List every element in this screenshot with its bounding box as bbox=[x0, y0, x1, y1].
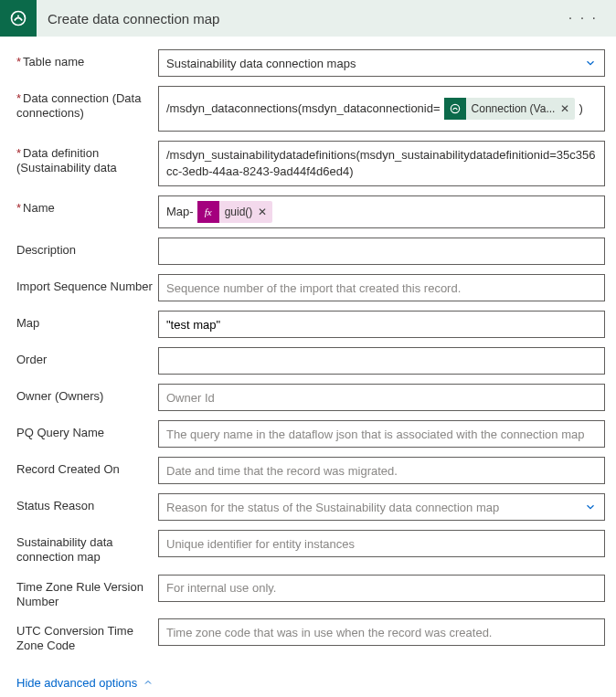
row-data-definition: Data definition (Sustainability data /ms… bbox=[16, 141, 605, 186]
chevron-up-icon bbox=[143, 677, 154, 688]
chevron-down-icon bbox=[584, 501, 597, 513]
label-table-name: Table name bbox=[16, 49, 158, 69]
row-map: Map bbox=[16, 311, 605, 338]
data-connection-text-after: ) bbox=[579, 100, 582, 117]
remove-guid-token[interactable]: ✕ bbox=[258, 206, 267, 218]
guid-token[interactable]: fx guid() ✕ bbox=[197, 201, 273, 223]
row-description: Description bbox=[16, 238, 605, 265]
row-pq-query: PQ Query Name bbox=[16, 420, 605, 448]
label-description: Description bbox=[16, 238, 158, 258]
import-sequence-input[interactable] bbox=[166, 281, 597, 295]
hide-advanced-label: Hide advanced options bbox=[16, 676, 137, 690]
sustainability-map-input[interactable] bbox=[166, 537, 597, 551]
connection-token-label: Connection (Va... bbox=[472, 102, 556, 115]
row-import-sequence: Import Sequence Number bbox=[16, 274, 605, 301]
dialog-header: Create data connection map · · · bbox=[0, 0, 616, 37]
label-status-reason: Status Reason bbox=[16, 493, 158, 513]
table-name-select[interactable]: Sustainability data connection maps bbox=[158, 49, 605, 77]
svg-point-1 bbox=[17, 16, 19, 17]
row-order: Order bbox=[16, 347, 605, 375]
row-table-name: Table name Sustainability data connectio… bbox=[16, 49, 605, 77]
row-status-reason: Status Reason bbox=[16, 493, 605, 521]
form-body: Table name Sustainability data connectio… bbox=[0, 37, 616, 697]
label-map: Map bbox=[16, 311, 158, 331]
label-pq-query: PQ Query Name bbox=[16, 420, 158, 440]
row-data-connection: Data connection (Data connections) /msdy… bbox=[16, 86, 605, 132]
more-options-button[interactable]: · · · bbox=[561, 6, 605, 30]
label-import-sequence: Import Sequence Number bbox=[16, 274, 158, 294]
description-input-wrap bbox=[158, 238, 605, 265]
tz-rule-input[interactable] bbox=[166, 581, 597, 595]
map-input-wrap bbox=[158, 311, 605, 338]
label-tz-rule: Time Zone Rule Version Number bbox=[16, 575, 158, 610]
row-tz-rule: Time Zone Rule Version Number bbox=[16, 575, 605, 610]
remove-connection-token[interactable]: ✕ bbox=[560, 102, 569, 115]
pq-query-wrap bbox=[158, 420, 605, 448]
label-owner: Owner (Owners) bbox=[16, 384, 158, 404]
owner-input[interactable] bbox=[166, 391, 597, 405]
sustainability-map-wrap bbox=[158, 530, 605, 557]
name-input[interactable]: Map- fx guid() ✕ bbox=[158, 195, 605, 228]
label-order: Order bbox=[16, 347, 158, 367]
pq-query-input[interactable] bbox=[166, 428, 597, 441]
connection-token[interactable]: Connection (Va... ✕ bbox=[444, 98, 576, 120]
label-data-definition: Data definition (Sustainability data bbox=[16, 141, 158, 176]
status-reason-input[interactable] bbox=[166, 501, 584, 514]
hide-advanced-options-link[interactable]: Hide advanced options bbox=[16, 676, 154, 690]
label-record-created: Record Created On bbox=[16, 457, 158, 477]
utc-code-input[interactable] bbox=[166, 626, 597, 639]
fx-icon: fx bbox=[197, 201, 219, 223]
data-connection-text-before: /msdyn_dataconnections(msdyn_dataconnect… bbox=[166, 100, 441, 117]
record-created-wrap bbox=[158, 457, 605, 484]
map-input[interactable] bbox=[166, 318, 597, 332]
row-record-created: Record Created On bbox=[16, 457, 605, 484]
order-input-wrap bbox=[158, 347, 605, 375]
owner-input-wrap bbox=[158, 384, 605, 411]
row-utc-code: UTC Conversion Time Zone Code bbox=[16, 618, 605, 654]
row-owner: Owner (Owners) bbox=[16, 384, 605, 411]
import-sequence-wrap bbox=[158, 274, 605, 301]
description-input[interactable] bbox=[166, 245, 597, 259]
label-data-connection: Data connection (Data connections) bbox=[16, 86, 158, 121]
data-definition-value: /msdyn_sustainabilitydatadefinitions(msd… bbox=[166, 147, 597, 180]
table-name-value: Sustainability data connection maps bbox=[166, 57, 356, 70]
tz-rule-wrap bbox=[158, 575, 605, 602]
name-text-before: Map- bbox=[166, 204, 194, 220]
label-utc-code: UTC Conversion Time Zone Code bbox=[16, 618, 158, 654]
data-connection-input[interactable]: /msdyn_dataconnections(msdyn_dataconnect… bbox=[158, 86, 605, 132]
label-sustainability-map: Sustainability data connection map bbox=[16, 530, 158, 565]
utc-code-wrap bbox=[158, 618, 605, 646]
label-name: Name bbox=[16, 195, 158, 216]
chevron-down-icon bbox=[584, 57, 597, 69]
connection-map-icon bbox=[0, 0, 37, 37]
connection-icon bbox=[444, 98, 466, 120]
data-definition-input[interactable]: /msdyn_sustainabilitydatadefinitions(msd… bbox=[158, 141, 605, 186]
record-created-input[interactable] bbox=[166, 464, 597, 478]
status-reason-select[interactable] bbox=[158, 493, 605, 521]
row-name: Name Map- fx guid() ✕ bbox=[16, 195, 605, 228]
order-input[interactable] bbox=[166, 354, 597, 368]
guid-token-label: guid() bbox=[225, 206, 253, 218]
dialog-title: Create data connection map bbox=[48, 11, 561, 26]
row-sustainability-map: Sustainability data connection map bbox=[16, 530, 605, 565]
